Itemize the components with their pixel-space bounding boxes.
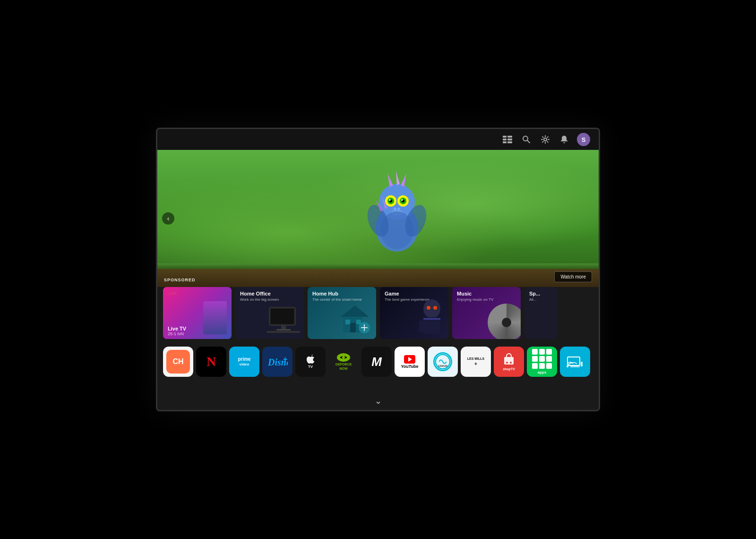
svg-rect-38 — [345, 320, 350, 324]
sansar-logo: SANSAR — [433, 352, 452, 371]
apps-grid-icon — [532, 349, 552, 369]
category-game[interactable]: Game The best game experience — [380, 287, 448, 339]
svg-point-52 — [342, 356, 345, 359]
sports-title: Sp... — [529, 291, 540, 296]
svg-rect-31 — [271, 309, 294, 324]
svg-rect-3 — [507, 139, 512, 140]
category-live-tv[interactable]: LIVE Live TV 25-1 tvN — [163, 287, 232, 339]
hero-banner: ‹ SPONSORED Watch more — [157, 150, 599, 287]
svg-rect-32 — [281, 325, 286, 329]
category-music[interactable]: Music Enjoying music on TV — [452, 287, 521, 339]
svg-point-60 — [510, 362, 512, 364]
app-ch[interactable]: CH — [163, 347, 193, 377]
homeoffice-title: Home Office — [240, 291, 271, 296]
hero-prev-button[interactable]: ‹ — [162, 212, 174, 225]
livetv-subtitle: 25-1 tvN — [168, 331, 184, 336]
homeoffice-subtitle: Work on the big screen — [240, 297, 279, 302]
svg-point-62 — [567, 365, 568, 367]
svg-rect-1 — [507, 136, 512, 138]
svg-rect-33 — [276, 329, 291, 330]
livetv-title: Live TV — [168, 326, 186, 331]
svg-point-20 — [389, 199, 391, 201]
dragon-image — [350, 159, 444, 263]
svg-rect-4 — [503, 141, 507, 143]
homehub-title: Home Hub — [312, 291, 338, 296]
svg-point-8 — [544, 138, 547, 141]
avatar[interactable]: S — [577, 133, 590, 146]
app-lesmills[interactable]: LES MILLS + — [461, 347, 491, 377]
sponsored-label: SPONSORED — [164, 278, 196, 282]
app-sansar[interactable]: SANSAR — [428, 347, 458, 377]
svg-text:+: + — [474, 361, 477, 366]
svg-marker-36 — [341, 305, 369, 317]
svg-rect-45 — [419, 321, 426, 332]
svg-point-21 — [401, 199, 403, 201]
app-shoptv[interactable]: shopTV — [494, 347, 524, 377]
watch-more-button[interactable]: Watch more — [554, 271, 592, 282]
svg-rect-34 — [267, 331, 300, 333]
svg-rect-63 — [581, 362, 583, 366]
svg-text:+: + — [283, 355, 287, 363]
svg-marker-11 — [387, 174, 393, 187]
settings-icon[interactable] — [539, 133, 551, 146]
svg-line-7 — [527, 140, 530, 143]
svg-rect-58 — [504, 357, 514, 365]
category-home-office[interactable]: Home Office Work on the big screen — [235, 287, 304, 339]
music-subtitle: Enjoying music on TV — [457, 297, 493, 302]
app-disney-plus[interactable]: Disney + — [262, 347, 292, 377]
search-icon[interactable] — [520, 133, 533, 146]
svg-rect-64 — [570, 365, 580, 367]
svg-point-43 — [423, 299, 440, 318]
top-bar: S — [157, 129, 599, 150]
svg-rect-0 — [503, 136, 507, 138]
tv-screen: S — [156, 128, 600, 411]
category-sports[interactable]: Sp... All... — [524, 287, 558, 339]
app-netflix[interactable]: N — [196, 347, 226, 377]
svg-text:LES MILLS: LES MILLS — [467, 357, 485, 360]
game-title: Game — [385, 291, 399, 296]
category-home-hub[interactable]: Home Hub The center of the smart home — [308, 287, 376, 339]
app-nvidia-geforce-now[interactable]: GEFORCE NOW — [328, 347, 359, 377]
svg-rect-49 — [423, 318, 440, 320]
homehub-subtitle: The center of the smart home — [312, 297, 362, 302]
svg-rect-5 — [507, 141, 512, 143]
svg-rect-39 — [356, 320, 361, 324]
sports-subtitle: All... — [529, 297, 537, 302]
svg-marker-12 — [396, 171, 400, 185]
svg-point-47 — [427, 306, 430, 310]
svg-rect-37 — [350, 323, 356, 332]
scroll-down-arrow[interactable]: ⌄ — [375, 396, 382, 406]
svg-point-48 — [433, 306, 437, 310]
app-apple-tv[interactable]: TV — [295, 347, 326, 377]
guide-icon[interactable] — [501, 133, 514, 146]
bell-icon[interactable] — [558, 133, 570, 146]
apps-row: CH N prime video Disney + — [157, 343, 599, 381]
music-title: Music — [457, 291, 472, 296]
svg-rect-46 — [433, 321, 440, 332]
svg-text:SANSAR: SANSAR — [438, 365, 448, 367]
app-masterclass[interactable]: M — [361, 347, 392, 377]
app-apps[interactable]: apps — [527, 347, 557, 377]
apps-label: apps — [538, 370, 547, 374]
app-youtube[interactable]: YouTube — [395, 347, 425, 377]
svg-point-59 — [506, 362, 508, 364]
category-row: LIVE Live TV 25-1 tvN Home Office Work o… — [157, 287, 599, 339]
app-cast[interactable] — [560, 347, 590, 377]
svg-marker-13 — [401, 174, 406, 187]
music-disc-decoration — [488, 304, 521, 339]
app-prime-video[interactable]: prime video — [229, 347, 259, 377]
svg-rect-2 — [503, 139, 507, 140]
